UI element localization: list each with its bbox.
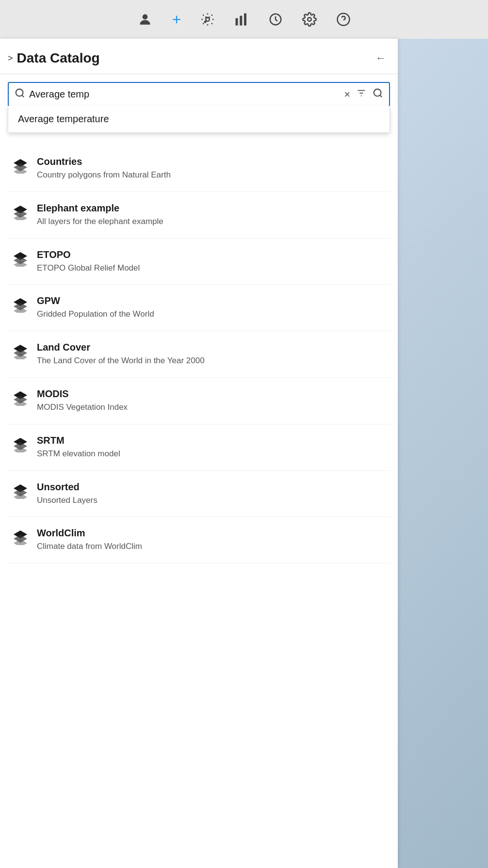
catalog-item-name: GPW <box>37 295 386 306</box>
layer-stack-icon <box>12 436 29 453</box>
catalog-item[interactable]: Land Cover The Land Cover of the World i… <box>8 331 390 378</box>
catalog-item-text: WorldClim Climate data from WorldClim <box>37 528 386 552</box>
catalog-item-description: Unsorted Layers <box>37 495 386 506</box>
svg-rect-4 <box>240 16 243 26</box>
svg-point-15 <box>374 89 381 96</box>
catalog-item-name: Unsorted <box>37 482 386 493</box>
add-icon[interactable]: + <box>172 12 181 27</box>
map-area <box>398 39 488 868</box>
toolbar: + <box>0 0 488 39</box>
panel-title-area: > Data Catalog <box>8 50 100 66</box>
layer-stack-icon <box>12 343 29 360</box>
search-input[interactable] <box>29 89 340 100</box>
catalog-item-name: Elephant example <box>37 203 386 214</box>
layer-stack-icon <box>12 157 29 175</box>
catalog-item-name: Countries <box>37 156 386 167</box>
svg-point-2 <box>205 21 206 23</box>
svg-rect-5 <box>244 14 246 26</box>
settings-cog-icon[interactable] <box>200 12 215 27</box>
catalog-item[interactable]: GPW Gridded Population of the World <box>8 285 390 331</box>
svg-marker-22 <box>14 214 27 220</box>
catalog-item-text: Countries Country polygons from Natural … <box>37 156 386 181</box>
catalog-item[interactable]: WorldClim Climate data from WorldClim <box>8 517 390 563</box>
layer-stack-icon <box>12 250 29 268</box>
catalog-item[interactable]: ETOPO ETOPO Global Relief Model <box>8 239 390 285</box>
svg-marker-40 <box>14 493 27 499</box>
svg-marker-25 <box>14 261 27 267</box>
chart-icon[interactable] <box>234 12 249 27</box>
svg-point-10 <box>16 89 23 96</box>
catalog-item-text: Land Cover The Land Cover of the World i… <box>37 342 386 367</box>
layer-stack-icon <box>12 482 29 500</box>
catalog-item[interactable]: Elephant example All layers for the elep… <box>8 192 390 239</box>
svg-marker-37 <box>14 447 27 452</box>
search-submit-icon[interactable] <box>373 88 383 101</box>
layer-stack-icon <box>12 296 29 314</box>
catalog-item-description: Country polygons from Natural Earth <box>37 169 386 181</box>
clear-search-button[interactable]: × <box>344 88 350 101</box>
catalog-item-name: WorldClim <box>37 528 386 539</box>
catalog-item[interactable]: Unsorted Unsorted Layers <box>8 471 390 517</box>
catalog-item-description: SRTM elevation model <box>37 448 386 460</box>
svg-line-11 <box>22 95 24 97</box>
catalog-item-description: Climate data from WorldClim <box>37 541 386 552</box>
help-icon[interactable] <box>336 12 351 27</box>
history-icon[interactable] <box>268 12 283 27</box>
catalog-item-text: ETOPO ETOPO Global Relief Model <box>37 249 386 274</box>
svg-rect-3 <box>236 18 238 26</box>
search-icon <box>15 88 25 101</box>
catalog-item-name: SRTM <box>37 435 386 446</box>
catalog-item-description: All layers for the elephant example <box>37 216 386 227</box>
data-catalog-panel: > Data Catalog ← × Average temperature <box>0 39 398 868</box>
account-icon[interactable] <box>137 12 153 27</box>
panel-header: > Data Catalog ← <box>0 39 398 74</box>
search-actions: × <box>344 88 383 101</box>
svg-marker-34 <box>14 400 27 406</box>
catalog-item-text: MODIS MODIS Vegetation Index <box>37 388 386 413</box>
svg-marker-19 <box>14 168 27 174</box>
gear-icon[interactable] <box>302 12 317 27</box>
svg-point-1 <box>206 17 210 21</box>
search-suggestion-item[interactable]: Average temperature <box>8 106 390 132</box>
search-dropdown: Average temperature <box>8 106 390 133</box>
catalog-item-description: The Land Cover of the World in the Year … <box>37 355 386 367</box>
filter-icon[interactable] <box>356 88 367 101</box>
back-button[interactable]: ← <box>375 52 386 64</box>
svg-point-0 <box>142 14 147 19</box>
catalog-item-text: SRTM SRTM elevation model <box>37 435 386 460</box>
svg-point-7 <box>308 17 312 21</box>
catalog-item-text: Unsorted Unsorted Layers <box>37 482 386 506</box>
expand-chevron[interactable]: > <box>8 53 13 64</box>
catalog-item-description: MODIS Vegetation Index <box>37 402 386 413</box>
catalog-item-name: ETOPO <box>37 249 386 260</box>
layer-stack-icon <box>12 529 29 546</box>
search-container: × Average temperature <box>0 74 398 107</box>
catalog-item-description: ETOPO Global Relief Model <box>37 262 386 274</box>
catalog-list: Countries Country polygons from Natural … <box>0 145 398 563</box>
catalog-item-text: Elephant example All layers for the elep… <box>37 203 386 227</box>
search-input-wrapper: × <box>8 82 390 107</box>
svg-marker-28 <box>14 307 27 313</box>
catalog-item[interactable]: SRTM SRTM elevation model <box>8 424 390 471</box>
svg-marker-31 <box>14 354 27 359</box>
catalog-item[interactable]: Countries Country polygons from Natural … <box>8 145 390 192</box>
catalog-item[interactable]: MODIS MODIS Vegetation Index <box>8 378 390 424</box>
svg-line-16 <box>380 95 382 97</box>
catalog-item-name: Land Cover <box>37 342 386 353</box>
svg-marker-43 <box>14 539 27 545</box>
layer-stack-icon <box>12 204 29 221</box>
catalog-item-name: MODIS <box>37 388 386 400</box>
panel-title: Data Catalog <box>17 50 100 66</box>
catalog-item-description: Gridded Population of the World <box>37 308 386 320</box>
layer-stack-icon <box>12 389 29 407</box>
catalog-item-text: GPW Gridded Population of the World <box>37 295 386 320</box>
